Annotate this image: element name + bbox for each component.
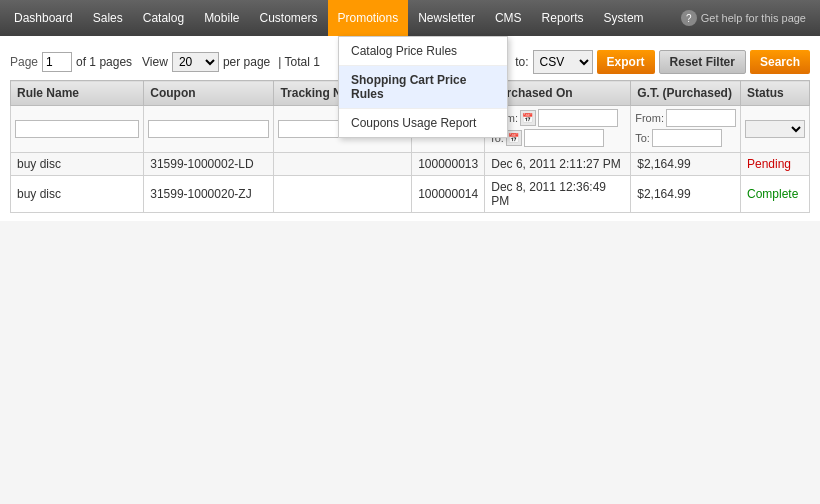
- per-page-label: per page: [223, 55, 270, 69]
- view-select[interactable]: 20 50 100: [172, 52, 219, 72]
- filter-gt-purchased: From: To:: [631, 106, 741, 153]
- of-pages-label: of 1 pages: [76, 55, 132, 69]
- filter-gt-from-label: From:: [635, 112, 664, 124]
- cell-rule-name: buy disc: [11, 153, 144, 176]
- page-label: Page: [10, 55, 38, 69]
- cell-extra: 100000013: [412, 153, 485, 176]
- search-button[interactable]: Search: [750, 50, 810, 74]
- filter-gt-to-label: To:: [635, 132, 650, 144]
- cell-tracking: [274, 153, 412, 176]
- help-icon: ?: [681, 10, 697, 26]
- top-navigation: Dashboard Sales Catalog Mobile Customers…: [0, 0, 820, 36]
- filter-date-from-input[interactable]: [538, 109, 618, 127]
- nav-item-dashboard[interactable]: Dashboard: [4, 0, 83, 36]
- calendar-from-icon[interactable]: 📅: [520, 110, 536, 126]
- calendar-to-icon[interactable]: 📅: [506, 130, 522, 146]
- cell-purchased-on: Dec 6, 2011 2:11:27 PM: [485, 153, 631, 176]
- promotions-dropdown: Catalog Price Rules Shopping Cart Price …: [338, 36, 508, 138]
- nav-item-catalog[interactable]: Catalog: [133, 0, 194, 36]
- filter-rule-name: [11, 106, 144, 153]
- cell-purchased-on: Dec 8, 2011 12:36:49 PM: [485, 176, 631, 213]
- col-header-coupon[interactable]: Coupon: [144, 81, 274, 106]
- view-label: View: [142, 55, 168, 69]
- dropdown-item-catalog-price-rules[interactable]: Catalog Price Rules: [339, 37, 507, 66]
- nav-item-system[interactable]: System: [594, 0, 654, 36]
- nav-item-customers[interactable]: Customers: [249, 0, 327, 36]
- export-format-select[interactable]: CSV XML: [533, 50, 593, 74]
- export-to-label: to:: [515, 55, 528, 69]
- col-header-gt-purchased[interactable]: G.T. (Purchased): [631, 81, 741, 106]
- col-header-status[interactable]: Status: [740, 81, 809, 106]
- cell-gt-purchased: $2,164.99: [631, 176, 741, 213]
- filter-gt-to-input[interactable]: [652, 129, 722, 147]
- col-header-rule-name[interactable]: Rule Name: [11, 81, 144, 106]
- page-input[interactable]: [42, 52, 72, 72]
- table-row: buy disc 31599-1000002-LD 100000013 Dec …: [11, 153, 810, 176]
- cell-coupon: 31599-1000020-ZJ: [144, 176, 274, 213]
- table-row: buy disc 31599-1000020-ZJ 100000014 Dec …: [11, 176, 810, 213]
- nav-item-newsletter[interactable]: Newsletter: [408, 0, 485, 36]
- cell-extra: 100000014: [412, 176, 485, 213]
- filter-gt-from-input[interactable]: [666, 109, 736, 127]
- reset-filter-button[interactable]: Reset Filter: [659, 50, 746, 74]
- status-badge: Complete: [747, 187, 798, 201]
- cell-rule-name: buy disc: [11, 176, 144, 213]
- nav-item-sales[interactable]: Sales: [83, 0, 133, 36]
- help-link[interactable]: ? Get help for this page: [671, 0, 816, 36]
- nav-item-cms[interactable]: CMS: [485, 0, 532, 36]
- filter-coupon: [144, 106, 274, 153]
- cell-status: Pending: [740, 153, 809, 176]
- filter-status-select[interactable]: Pending Complete: [745, 120, 805, 138]
- total-label: | Total 1: [278, 55, 320, 69]
- help-label: Get help for this page: [701, 12, 806, 24]
- cell-status: Complete: [740, 176, 809, 213]
- filter-status: Pending Complete: [740, 106, 809, 153]
- cell-gt-purchased: $2,164.99: [631, 153, 741, 176]
- nav-item-promotions[interactable]: Promotions: [328, 0, 409, 36]
- export-button[interactable]: Export: [597, 50, 655, 74]
- filter-coupon-input[interactable]: [148, 120, 269, 138]
- nav-item-mobile[interactable]: Mobile: [194, 0, 249, 36]
- filter-date-to-input[interactable]: [524, 129, 604, 147]
- cell-tracking: [274, 176, 412, 213]
- status-badge: Pending: [747, 157, 791, 171]
- nav-item-reports[interactable]: Reports: [532, 0, 594, 36]
- dropdown-item-shopping-cart-price-rules[interactable]: Shopping Cart Price Rules: [339, 66, 507, 109]
- dropdown-item-coupons-usage-report[interactable]: Coupons Usage Report: [339, 109, 507, 137]
- cell-coupon: 31599-1000002-LD: [144, 153, 274, 176]
- filter-rule-name-input[interactable]: [15, 120, 139, 138]
